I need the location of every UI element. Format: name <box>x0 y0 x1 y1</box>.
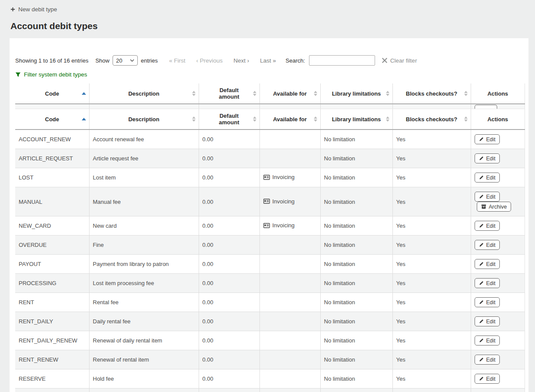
cell-default-amount: 0.00 <box>199 130 259 149</box>
cell-default-amount: 0.00 <box>199 187 259 216</box>
search-input[interactable] <box>309 55 375 66</box>
column-header-description[interactable]: Description <box>89 109 199 130</box>
column-header-label: Actions <box>487 90 508 97</box>
cell-code: RENT <box>15 293 89 312</box>
edit-button-label: Edit <box>486 175 496 181</box>
table-header-row: CodeDescriptionDefault amountAvailable f… <box>15 83 525 104</box>
table-row: RENT Rental fee 0.00 No limitation Yes E… <box>15 293 525 312</box>
sort-icon <box>464 91 468 96</box>
cell-description: New card <box>89 216 199 236</box>
available-for-value: Invoicing <box>263 222 295 229</box>
edit-button[interactable]: Edit <box>475 355 500 365</box>
filter-system-debit-types-link[interactable]: Filter system debit types <box>15 71 87 78</box>
edit-button[interactable]: Edit <box>475 316 500 326</box>
cell-blocks-checkouts: Yes <box>392 255 471 274</box>
edit-button-label: Edit <box>486 194 496 200</box>
edit-button[interactable]: Edit <box>475 374 500 384</box>
clear-filter-button[interactable]: Clear filter <box>382 57 417 64</box>
edit-button[interactable]: Edit <box>475 221 500 231</box>
cell-blocks-checkouts: Yes <box>392 369 471 389</box>
cell-library-limitations: No limitation <box>320 293 392 312</box>
column-header-library-limitations[interactable]: Library limitations <box>320 109 392 130</box>
edit-button-label: Edit <box>486 156 496 162</box>
sort-icon <box>192 91 196 96</box>
edit-button[interactable]: Edit <box>475 134 500 144</box>
column-header-available-for[interactable]: Available for <box>259 83 320 104</box>
column-header-code[interactable]: Code <box>15 109 89 130</box>
edit-button-label: Edit <box>486 357 496 363</box>
edit-button-label: Edit <box>486 338 496 344</box>
cell-default-amount: 0.00 <box>199 350 259 369</box>
column-header-label: Actions <box>487 116 508 123</box>
cell-actions: Edit Archive <box>471 312 525 331</box>
cell-code: ARTICLE_REQUEST <box>15 149 89 168</box>
chevron-down-icon <box>130 59 134 62</box>
cell-code: PAYOUT <box>15 255 89 274</box>
cell-description: Lost item <box>89 168 199 187</box>
cell-actions: Edit Archive <box>471 350 525 369</box>
pagination-previous[interactable]: ‹ Previous <box>196 57 223 64</box>
cell-library-limitations: No limitation <box>320 255 392 274</box>
cell-library-limitations: No limitation <box>320 331 392 350</box>
cell-library-limitations: No limitation <box>320 149 392 168</box>
pencil-icon <box>479 243 484 247</box>
cell-default-amount: 0.00 <box>199 168 259 187</box>
new-debit-type-button[interactable]: New debit type <box>10 6 57 13</box>
column-header-library-limitations[interactable]: Library limitations <box>320 83 392 104</box>
available-for-label: Invoicing <box>272 198 295 205</box>
edit-button[interactable]: Edit <box>475 240 500 250</box>
edit-button[interactable]: Edit <box>475 278 500 288</box>
pagination-last[interactable]: Last » <box>260 57 276 64</box>
edit-button[interactable]: Edit <box>475 173 500 183</box>
archive-button[interactable]: Archive <box>477 202 512 212</box>
column-header-default-amount[interactable]: Default amount <box>199 109 259 130</box>
cell-library-limitations: No limitation <box>320 187 392 216</box>
pencil-icon <box>479 223 484 228</box>
pagination-next[interactable]: Next › <box>233 57 249 64</box>
column-header-default-amount[interactable]: Default amount <box>199 83 259 104</box>
cell-default-amount: 0.00 <box>199 255 259 274</box>
edit-button[interactable]: Edit <box>475 297 500 307</box>
pencil-icon <box>479 376 484 381</box>
cell-available-for <box>259 293 320 312</box>
available-for-value: Invoicing <box>263 198 295 205</box>
cell-default-amount: 0.00 <box>199 236 259 255</box>
pagination-top: « First ‹ Previous Next › Last » <box>169 57 276 64</box>
column-header-blocks-checkouts[interactable]: Blocks checkouts? <box>392 83 471 104</box>
edit-button[interactable]: Edit <box>475 192 500 202</box>
cell-actions: Edit Archive <box>471 130 525 149</box>
partially-hidden-cell <box>15 104 89 109</box>
table-row: MANUAL Manual fee 0.00 Invoicing No limi… <box>15 187 525 216</box>
cell-description: Rental fee <box>89 293 199 312</box>
cell-available-for <box>259 350 320 369</box>
column-header-available-for[interactable]: Available for <box>259 109 320 130</box>
cell-blocks-checkouts: Yes <box>392 350 471 369</box>
cell-actions: Edit Archive <box>471 293 525 312</box>
edit-button[interactable]: Edit <box>475 259 500 269</box>
sort-ascending-icon <box>82 118 86 120</box>
cell-actions: Edit Archive <box>471 255 525 274</box>
column-header-label: Default amount <box>219 113 239 126</box>
page-length-value: 20 <box>116 57 122 64</box>
edit-button-label: Edit <box>486 280 496 286</box>
column-header-code[interactable]: Code <box>15 83 89 104</box>
search-control: Search: <box>286 55 375 66</box>
column-header-blocks-checkouts[interactable]: Blocks checkouts? <box>392 109 471 130</box>
cell-blocks-checkouts: Yes <box>392 274 471 293</box>
cell-description: Hold fee <box>89 369 199 389</box>
column-header-label: Description <box>128 116 160 123</box>
column-header-description[interactable]: Description <box>89 83 199 104</box>
page-length-select[interactable]: 20 <box>113 55 138 66</box>
edit-button[interactable]: Edit <box>475 153 500 163</box>
cell-actions: Edit Archive <box>471 236 525 255</box>
partially-hidden-cell <box>320 104 392 109</box>
pagination-first[interactable]: « First <box>169 57 186 64</box>
edit-button[interactable]: Edit <box>475 336 500 345</box>
cell-available-for <box>259 274 320 293</box>
sort-ascending-icon <box>82 92 86 95</box>
cell-code: LOST <box>15 168 89 187</box>
table-row: LOST Lost item 0.00 Invoicing No limitat… <box>15 168 525 187</box>
sort-icon <box>314 116 317 122</box>
cell-description: Payment from library to patron <box>89 255 199 274</box>
column-header-actions: Actions <box>471 83 525 104</box>
